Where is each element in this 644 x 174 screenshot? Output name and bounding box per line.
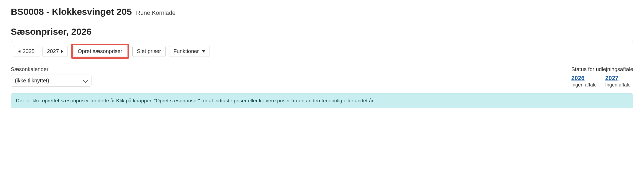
functions-dropdown-button[interactable]: Funktioner (169, 46, 210, 57)
season-calendar-block: Sæsonkalender (ikke tilknyttet) (11, 66, 91, 87)
chevron-left-icon (18, 50, 20, 53)
next-year-label: 2027 (47, 48, 59, 54)
status-year-link-0[interactable]: 2026 (571, 75, 585, 81)
status-year-1: 2027 Ingen aftale (605, 75, 631, 88)
property-title: BS0008 - Klokkesvinget 205 (11, 6, 132, 17)
create-label: Opret sæsonpriser (78, 48, 122, 54)
status-year-link-1[interactable]: 2027 (605, 75, 618, 81)
delete-label: Slet priser (137, 48, 161, 54)
season-calendar-label: Sæsonkalender (11, 66, 91, 72)
season-calendar-value: (ikke tilknyttet) (15, 78, 49, 84)
functions-label: Funktioner (174, 48, 199, 54)
prev-year-button[interactable]: 2025 (14, 46, 39, 57)
status-year-text-0: Ingen aftale (571, 82, 597, 88)
delete-prices-button[interactable]: Slet priser (132, 46, 166, 57)
season-calendar-select[interactable]: (ikke tilknyttet) (11, 75, 91, 87)
status-title: Status for udlejningsaftale (571, 66, 633, 72)
caret-down-icon (202, 50, 205, 53)
info-banner: Der er ikke oprettet sæsonpriser for det… (11, 93, 633, 108)
status-year-0: 2026 Ingen aftale (571, 75, 597, 88)
create-season-prices-button[interactable]: Opret sæsonpriser (73, 46, 127, 57)
highlight-frame: Opret sæsonpriser (71, 44, 129, 59)
chevron-right-icon (61, 50, 63, 53)
toolbar: 2025 2027 Opret sæsonpriser Slet priser … (11, 41, 633, 62)
rental-agreement-status: Status for udlejningsaftale 2026 Ingen a… (566, 66, 633, 88)
info-banner-text: Der er ikke oprettet sæsonpriser for det… (16, 98, 375, 103)
owner-name: Rune Kornlade (136, 9, 176, 16)
page-header: BS0008 - Klokkesvinget 205 Rune Kornlade (11, 6, 633, 21)
page-title: Sæsonpriser, 2026 (11, 26, 633, 37)
prev-year-label: 2025 (23, 48, 35, 54)
chevron-down-icon (83, 78, 88, 83)
status-year-text-1: Ingen aftale (605, 82, 631, 88)
next-year-button[interactable]: 2027 (43, 46, 68, 57)
